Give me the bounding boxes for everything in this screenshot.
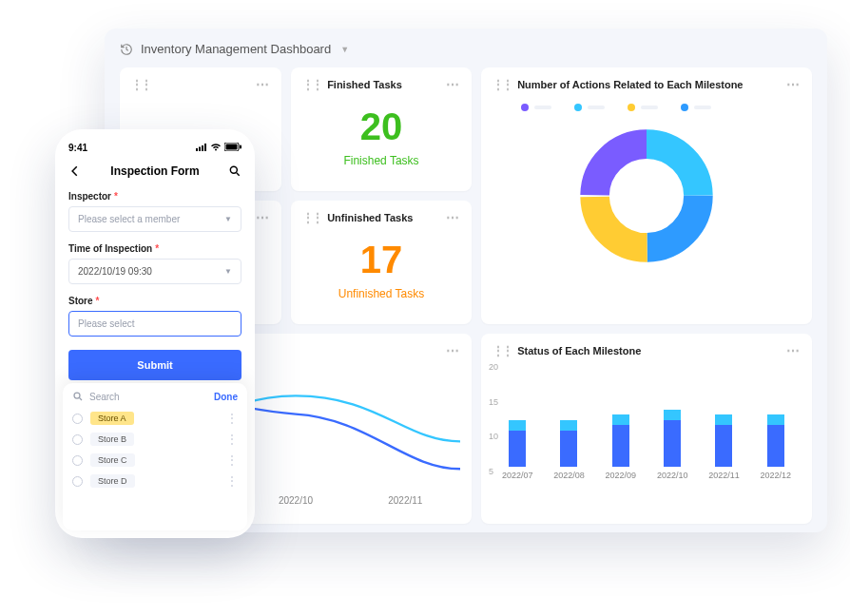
bar-y-axis: 20 15 10 5 xyxy=(489,362,498,476)
more-vertical-icon[interactable]: ⋮ xyxy=(226,453,238,467)
store-chip: Store C xyxy=(90,453,135,467)
bar-column: 2022/11 xyxy=(706,414,741,480)
submit-button[interactable]: Submit xyxy=(68,350,241,380)
dashboard-header[interactable]: Inventory Management Dashboard ▼ xyxy=(120,42,812,56)
drag-handle-icon[interactable]: ⋮⋮ xyxy=(302,211,321,224)
svg-point-13 xyxy=(74,393,80,398)
card-donut-milestones: ⋮⋮ Number of Actions Related to Each Mil… xyxy=(481,67,812,324)
radio-icon[interactable] xyxy=(72,414,83,424)
finished-label: Finished Tasks xyxy=(302,154,460,167)
bar-column: 2022/08 xyxy=(551,420,586,481)
chevron-down-icon: ▼ xyxy=(340,45,349,54)
wifi-icon xyxy=(210,143,222,153)
card-finished-tasks: ⋮⋮ Finished Tasks ⋯ 20 Finished Tasks xyxy=(291,67,472,191)
more-icon[interactable]: ⋯ xyxy=(446,343,460,358)
card-title: Number of Actions Related to Each Milest… xyxy=(517,79,743,90)
svg-rect-6 xyxy=(202,145,203,151)
store-row[interactable]: Store D⋮ xyxy=(72,471,238,491)
done-button[interactable]: Done xyxy=(214,392,238,402)
drag-handle-icon[interactable]: ⋮⋮ xyxy=(493,78,512,91)
unfinished-label: Unfinished Tasks xyxy=(302,287,460,300)
inspector-select[interactable]: Please select a member▼ xyxy=(68,206,241,232)
svg-line-14 xyxy=(80,398,83,401)
drag-handle-icon[interactable]: ⋮⋮ xyxy=(493,344,512,357)
search-icon[interactable] xyxy=(228,164,241,178)
store-picker-sheet: Search Done Store A⋮Store B⋮Store C⋮Stor… xyxy=(63,383,247,530)
drag-handle-icon[interactable]: ⋮⋮ xyxy=(302,78,321,91)
phone-title: Inspection Form xyxy=(110,164,199,178)
svg-point-11 xyxy=(230,166,237,173)
store-label: Store* xyxy=(68,296,241,306)
svg-line-12 xyxy=(237,173,240,176)
bar-column: 2022/12 xyxy=(759,414,793,480)
more-vertical-icon[interactable]: ⋮ xyxy=(226,433,238,446)
back-icon[interactable] xyxy=(68,164,82,178)
bar-column: 2022/09 xyxy=(604,414,638,480)
chevron-down-icon: ▼ xyxy=(224,215,232,223)
store-chip: Store A xyxy=(90,412,134,425)
radio-icon[interactable] xyxy=(72,434,83,445)
store-row[interactable]: Store B⋮ xyxy=(72,429,238,450)
more-icon[interactable]: ⋯ xyxy=(786,343,801,358)
card-bar-status: ⋮⋮ Status of Each Milestone ⋯ 20 15 10 5… xyxy=(481,334,812,524)
dashboard-title: Inventory Management Dashboard xyxy=(141,42,331,56)
history-icon xyxy=(120,43,133,56)
search-icon xyxy=(72,391,84,402)
inspector-label: Inspector* xyxy=(68,191,241,202)
svg-rect-4 xyxy=(196,148,198,151)
store-chip: Store B xyxy=(90,433,134,446)
card-title: Finished Tasks xyxy=(327,79,402,90)
radio-icon[interactable] xyxy=(72,476,83,487)
sheet-search[interactable]: Search xyxy=(72,391,214,402)
donut-legend xyxy=(521,104,801,111)
time-label: Time of Inspection* xyxy=(68,243,241,254)
bar-column: 2022/07 xyxy=(500,420,534,481)
more-icon[interactable]: ⋯ xyxy=(446,210,460,225)
phone-time: 9:41 xyxy=(68,143,87,153)
bar-chart: 20 15 10 5 2022/072022/082022/092022/102… xyxy=(493,366,801,480)
card-title: Status of Each Milestone xyxy=(517,345,641,356)
unfinished-count: 17 xyxy=(302,239,460,281)
signal-icon xyxy=(196,143,207,153)
chevron-down-icon: ▼ xyxy=(224,267,232,276)
bar-column: 2022/10 xyxy=(655,410,689,481)
donut-chart xyxy=(566,115,727,277)
svg-rect-10 xyxy=(240,145,241,149)
svg-rect-9 xyxy=(226,144,238,150)
store-row[interactable]: Store A⋮ xyxy=(72,408,238,429)
store-select[interactable]: Please select xyxy=(68,311,241,337)
more-icon[interactable]: ⋯ xyxy=(256,77,270,92)
more-icon[interactable]: ⋯ xyxy=(786,77,801,92)
store-chip: Store D xyxy=(90,474,135,488)
card-title: Unfinished Tasks xyxy=(327,212,413,223)
more-icon[interactable]: ⋯ xyxy=(256,210,270,225)
finished-count: 20 xyxy=(302,106,460,148)
card-unfinished-tasks: ⋮⋮ Unfinished Tasks ⋯ 17 Unfinished Task… xyxy=(291,201,472,324)
more-icon[interactable]: ⋯ xyxy=(446,77,460,92)
radio-icon[interactable] xyxy=(72,455,83,466)
more-vertical-icon[interactable]: ⋮ xyxy=(226,412,238,425)
store-row[interactable]: Store C⋮ xyxy=(72,450,238,471)
battery-icon xyxy=(224,143,241,153)
svg-rect-5 xyxy=(199,147,201,152)
phone-statusbar: 9:41 xyxy=(68,143,241,153)
more-vertical-icon[interactable]: ⋮ xyxy=(226,474,238,488)
svg-rect-7 xyxy=(204,144,206,151)
time-select[interactable]: 2022/10/19 09:30▼ xyxy=(68,259,241,284)
phone-mockup: 9:41 Inspection Form Inspector* Please s… xyxy=(55,129,255,538)
drag-handle-icon[interactable]: ⋮⋮ xyxy=(131,78,150,91)
